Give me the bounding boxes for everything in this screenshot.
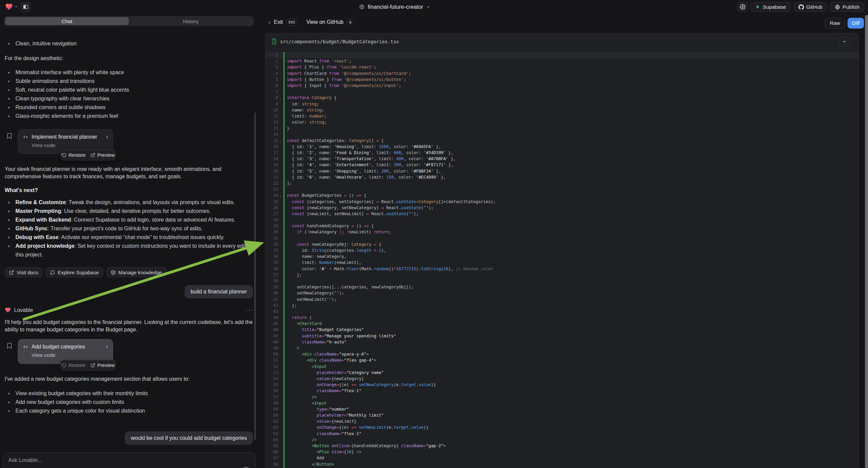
fold-gutter bbox=[278, 119, 283, 125]
code-line: 62 onChange={(e) => setNewLimit(e.target… bbox=[266, 425, 859, 430]
fold-chevron-icon[interactable]: ⌄ bbox=[278, 138, 283, 144]
code-line: 31 bbox=[266, 235, 859, 241]
line-number: 14 bbox=[266, 131, 278, 137]
g-key-badge: G bbox=[347, 19, 354, 26]
fold-gutter bbox=[278, 321, 283, 327]
fold-gutter bbox=[278, 370, 283, 376]
quick-actions-row: Visit docs Explore Supabase Manage knowl… bbox=[5, 267, 253, 277]
fold-gutter bbox=[278, 339, 283, 345]
project-switcher[interactable]: financial-future-creator bbox=[359, 0, 431, 14]
line-number: 15 bbox=[266, 138, 278, 144]
preview-button[interactable]: Preview bbox=[91, 152, 115, 158]
fold-chevron-icon[interactable]: ⌄ bbox=[278, 241, 283, 247]
settings-button[interactable] bbox=[738, 2, 748, 12]
fold-gutter bbox=[278, 186, 283, 193]
fold-gutter bbox=[278, 400, 283, 406]
code-line: 9 id: string; bbox=[266, 101, 859, 107]
item-lead: Expand with Backend bbox=[16, 217, 71, 223]
code-line: 54 value={newCategory} bbox=[266, 376, 859, 382]
code-line: 22]; bbox=[266, 180, 859, 186]
message-menu-button[interactable]: ··· bbox=[246, 306, 254, 314]
fold-chevron-icon[interactable]: ⌄ bbox=[278, 223, 283, 229]
diff-toggle-button[interactable]: Diff bbox=[847, 18, 864, 29]
code-line: 7 bbox=[266, 89, 859, 95]
code-line: 4import ChartCard from '@/components/ui/… bbox=[266, 70, 859, 77]
code-line: 17 { id: '2', name: 'Food & Dining', lim… bbox=[266, 150, 859, 156]
github-button[interactable]: GitHub bbox=[794, 2, 827, 12]
code-text: onChange={(e) => setNewCategory(e.target… bbox=[283, 382, 436, 388]
code-text: /> bbox=[283, 394, 317, 400]
item-lead: Refine & Customize bbox=[16, 199, 66, 205]
gear-icon bbox=[740, 4, 746, 10]
view-code-link[interactable]: View code bbox=[32, 352, 108, 358]
fold-gutter bbox=[278, 180, 283, 186]
line-number: 66 bbox=[266, 449, 278, 455]
fold-chevron-icon[interactable]: ⌄ bbox=[278, 95, 283, 101]
list-item: Soft, neutral color palette with light b… bbox=[5, 86, 253, 94]
fold-gutter bbox=[278, 52, 283, 58]
intro-bullet-list: Clean, intuitive navigation bbox=[5, 39, 253, 48]
supabase-button[interactable]: Supabase bbox=[750, 2, 791, 12]
file-header[interactable]: src/components/budget/BudgetCategories.t… bbox=[266, 33, 859, 50]
code-line: 51 <div className="flex gap-4"> bbox=[266, 357, 859, 363]
code-line: 46 title="Budget Categories" bbox=[266, 327, 859, 333]
code-text: className="flex-1" bbox=[283, 388, 361, 394]
fold-gutter bbox=[278, 70, 283, 77]
visit-docs-button[interactable]: Visit docs bbox=[5, 267, 42, 277]
fold-gutter bbox=[278, 431, 283, 437]
lovable-logo-heart-icon[interactable] bbox=[5, 3, 13, 11]
line-number: 51 bbox=[266, 357, 278, 363]
code-text: const [newLimit, setNewLimit] = React.us… bbox=[283, 211, 418, 217]
fold-gutter bbox=[278, 113, 283, 119]
line-number: 2 bbox=[266, 58, 278, 64]
fold-gutter bbox=[278, 260, 283, 266]
preview-button[interactable]: Preview bbox=[91, 362, 115, 368]
tab-chat[interactable]: Chat bbox=[5, 17, 129, 25]
code-text: return ( bbox=[283, 315, 312, 321]
fold-gutter bbox=[278, 125, 283, 131]
list-item: Clean, intuitive navigation bbox=[5, 39, 253, 48]
tab-history[interactable]: History bbox=[129, 17, 253, 25]
exit-button[interactable]: ‹ Exit ESC bbox=[269, 19, 298, 26]
send-button[interactable] bbox=[242, 467, 251, 468]
code-line: 25 const [categories, setCategories] = R… bbox=[266, 199, 859, 205]
publish-button[interactable]: Publish bbox=[830, 2, 864, 12]
restore-button[interactable]: Restore bbox=[62, 152, 86, 158]
toggle-sidebar-button[interactable] bbox=[21, 2, 31, 12]
line-number: 3 bbox=[266, 64, 278, 70]
code-line: 35 limit: Number(newLimit), bbox=[266, 260, 859, 266]
code-line: 41 setNewLimit(''); bbox=[266, 296, 859, 302]
logo-chevron-down-icon[interactable] bbox=[14, 5, 18, 9]
user-message: build a financial planner bbox=[185, 285, 253, 298]
line-number: 58 bbox=[266, 400, 278, 406]
line-number: 63 bbox=[266, 431, 278, 437]
code-line: 24⌄const BudgetCategories = () => { bbox=[266, 193, 859, 198]
line-number: 62 bbox=[266, 425, 278, 430]
view-on-github-button[interactable]: View on GitHub G bbox=[302, 19, 354, 26]
view-code-link[interactable]: View code bbox=[32, 142, 108, 148]
code-line: 68 </Button> bbox=[266, 461, 859, 467]
chat-input[interactable] bbox=[8, 457, 250, 463]
line-number: 41 bbox=[266, 296, 278, 302]
chat-scrollbar-thumb[interactable] bbox=[254, 113, 256, 440]
line-number: 5 bbox=[266, 77, 278, 83]
collapse-file-button[interactable] bbox=[839, 37, 850, 46]
explore-supabase-button[interactable]: Explore Supabase bbox=[45, 267, 103, 277]
item-rest: : Tweak the design, animations, and layo… bbox=[66, 199, 235, 205]
bookmark-icon[interactable] bbox=[6, 342, 13, 350]
code-line: 14 bbox=[266, 131, 859, 137]
line-number: 56 bbox=[266, 388, 278, 394]
line-number: 39 bbox=[266, 284, 278, 290]
code-line: 18 { id: '3', name: 'Transportation', li… bbox=[266, 156, 859, 162]
manage-knowledge-button[interactable]: Manage knowledge bbox=[106, 267, 166, 277]
assistant-name: Lovable bbox=[14, 307, 33, 313]
restore-button[interactable]: Restore bbox=[62, 362, 86, 368]
line-number: 10 bbox=[266, 107, 278, 113]
bookmark-icon[interactable] bbox=[6, 132, 13, 140]
fold-chevron-icon[interactable]: ⌄ bbox=[278, 193, 283, 198]
raw-toggle-button[interactable]: Raw bbox=[825, 18, 845, 29]
line-number: 28 bbox=[266, 217, 278, 223]
code-body[interactable]: 12import React from 'react';3import { Pl… bbox=[266, 52, 859, 468]
window-scrollbar-thumb[interactable] bbox=[865, 15, 868, 468]
fold-gutter bbox=[278, 309, 283, 315]
